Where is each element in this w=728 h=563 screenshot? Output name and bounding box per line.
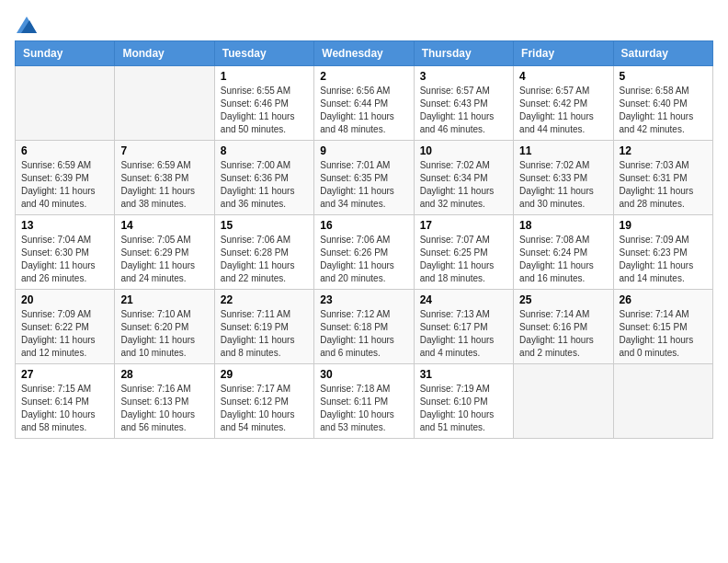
- calendar-cell: 21Sunrise: 7:10 AM Sunset: 6:20 PM Dayli…: [115, 290, 214, 364]
- calendar-cell: 27Sunrise: 7:15 AM Sunset: 6:14 PM Dayli…: [16, 364, 115, 439]
- calendar-cell: 14Sunrise: 7:05 AM Sunset: 6:29 PM Dayli…: [115, 215, 214, 290]
- day-detail: Sunrise: 7:12 AM Sunset: 6:18 PM Dayligh…: [320, 308, 407, 360]
- day-header-wednesday: Wednesday: [314, 41, 414, 66]
- calendar-cell: [16, 66, 115, 141]
- calendar-cell: 4Sunrise: 6:57 AM Sunset: 6:42 PM Daylig…: [514, 66, 613, 141]
- calendar-cell: 5Sunrise: 6:58 AM Sunset: 6:40 PM Daylig…: [613, 66, 712, 141]
- day-detail: Sunrise: 6:57 AM Sunset: 6:43 PM Dayligh…: [420, 85, 507, 136]
- day-number: 22: [221, 293, 308, 306]
- day-detail: Sunrise: 7:06 AM Sunset: 6:26 PM Dayligh…: [320, 234, 407, 285]
- calendar-table: SundayMondayTuesdayWednesdayThursdayFrid…: [15, 40, 713, 439]
- day-detail: Sunrise: 6:56 AM Sunset: 6:44 PM Dayligh…: [320, 85, 407, 136]
- calendar-cell: 10Sunrise: 7:02 AM Sunset: 6:34 PM Dayli…: [414, 141, 513, 215]
- day-detail: Sunrise: 6:55 AM Sunset: 6:46 PM Dayligh…: [221, 85, 308, 136]
- day-header-friday: Friday: [514, 41, 613, 66]
- calendar-cell: 25Sunrise: 7:14 AM Sunset: 6:16 PM Dayli…: [514, 290, 613, 364]
- day-detail: Sunrise: 7:09 AM Sunset: 6:22 PM Dayligh…: [21, 308, 108, 360]
- day-detail: Sunrise: 7:01 AM Sunset: 6:35 PM Dayligh…: [320, 159, 407, 211]
- day-header-tuesday: Tuesday: [214, 41, 313, 66]
- logo-icon: [17, 17, 37, 33]
- day-number: 20: [21, 293, 108, 306]
- calendar-cell: 12Sunrise: 7:03 AM Sunset: 6:31 PM Dayli…: [613, 141, 712, 215]
- day-detail: Sunrise: 6:59 AM Sunset: 6:39 PM Dayligh…: [21, 159, 108, 211]
- day-number: 11: [519, 144, 607, 157]
- calendar-cell: 1Sunrise: 6:55 AM Sunset: 6:46 PM Daylig…: [214, 66, 313, 141]
- calendar-cell: 7Sunrise: 6:59 AM Sunset: 6:38 PM Daylig…: [115, 141, 214, 215]
- day-number: 12: [620, 144, 707, 157]
- day-detail: Sunrise: 6:59 AM Sunset: 6:38 PM Dayligh…: [120, 159, 208, 211]
- day-detail: Sunrise: 7:11 AM Sunset: 6:19 PM Dayligh…: [221, 308, 308, 360]
- day-number: 30: [320, 368, 407, 381]
- calendar-week-row: 1Sunrise: 6:55 AM Sunset: 6:46 PM Daylig…: [16, 66, 713, 141]
- calendar-cell: 2Sunrise: 6:56 AM Sunset: 6:44 PM Daylig…: [314, 66, 414, 141]
- day-header-saturday: Saturday: [613, 41, 712, 66]
- calendar-cell: 24Sunrise: 7:13 AM Sunset: 6:17 PM Dayli…: [414, 290, 513, 364]
- day-detail: Sunrise: 7:14 AM Sunset: 6:16 PM Dayligh…: [519, 308, 607, 360]
- day-detail: Sunrise: 7:17 AM Sunset: 6:12 PM Dayligh…: [221, 383, 308, 434]
- calendar-cell: 3Sunrise: 6:57 AM Sunset: 6:43 PM Daylig…: [414, 66, 513, 141]
- calendar-cell: 29Sunrise: 7:17 AM Sunset: 6:12 PM Dayli…: [214, 364, 313, 439]
- day-number: 16: [320, 219, 407, 232]
- day-detail: Sunrise: 7:06 AM Sunset: 6:28 PM Dayligh…: [221, 234, 308, 285]
- calendar-week-row: 13Sunrise: 7:04 AM Sunset: 6:30 PM Dayli…: [16, 215, 713, 290]
- day-number: 15: [221, 219, 308, 232]
- day-detail: Sunrise: 7:00 AM Sunset: 6:36 PM Dayligh…: [221, 159, 308, 211]
- day-number: 8: [221, 144, 308, 157]
- day-number: 3: [420, 70, 507, 83]
- day-detail: Sunrise: 7:05 AM Sunset: 6:29 PM Dayligh…: [120, 234, 208, 285]
- day-number: 10: [420, 144, 507, 157]
- calendar-cell: 16Sunrise: 7:06 AM Sunset: 6:26 PM Dayli…: [314, 215, 414, 290]
- day-number: 26: [620, 293, 707, 306]
- day-header-thursday: Thursday: [414, 41, 513, 66]
- day-header-sunday: Sunday: [16, 41, 115, 66]
- day-number: 24: [420, 293, 507, 306]
- day-number: 5: [620, 70, 707, 83]
- logo: [15, 15, 37, 29]
- day-header-monday: Monday: [115, 41, 214, 66]
- calendar-cell: 18Sunrise: 7:08 AM Sunset: 6:24 PM Dayli…: [514, 215, 613, 290]
- day-number: 1: [221, 70, 308, 83]
- day-detail: Sunrise: 7:13 AM Sunset: 6:17 PM Dayligh…: [420, 308, 507, 360]
- day-detail: Sunrise: 7:14 AM Sunset: 6:15 PM Dayligh…: [620, 308, 707, 360]
- calendar-cell: 22Sunrise: 7:11 AM Sunset: 6:19 PM Dayli…: [214, 290, 313, 364]
- day-number: 9: [320, 144, 407, 157]
- day-number: 19: [620, 219, 707, 232]
- day-number: 18: [519, 219, 607, 232]
- calendar-cell: 20Sunrise: 7:09 AM Sunset: 6:22 PM Dayli…: [16, 290, 115, 364]
- day-detail: Sunrise: 6:57 AM Sunset: 6:42 PM Dayligh…: [519, 85, 607, 136]
- day-detail: Sunrise: 7:02 AM Sunset: 6:33 PM Dayligh…: [519, 159, 607, 211]
- day-number: 31: [420, 368, 507, 381]
- day-detail: Sunrise: 7:18 AM Sunset: 6:11 PM Dayligh…: [320, 383, 407, 434]
- calendar-cell: [514, 364, 613, 439]
- day-detail: Sunrise: 7:09 AM Sunset: 6:23 PM Dayligh…: [620, 234, 707, 285]
- day-number: 14: [120, 219, 208, 232]
- day-number: 29: [221, 368, 308, 381]
- calendar-cell: 26Sunrise: 7:14 AM Sunset: 6:15 PM Dayli…: [613, 290, 712, 364]
- calendar-cell: 17Sunrise: 7:07 AM Sunset: 6:25 PM Dayli…: [414, 215, 513, 290]
- calendar-header-row: SundayMondayTuesdayWednesdayThursdayFrid…: [16, 41, 713, 66]
- day-detail: Sunrise: 7:10 AM Sunset: 6:20 PM Dayligh…: [120, 308, 208, 360]
- calendar-cell: 11Sunrise: 7:02 AM Sunset: 6:33 PM Dayli…: [514, 141, 613, 215]
- calendar-cell: 13Sunrise: 7:04 AM Sunset: 6:30 PM Dayli…: [16, 215, 115, 290]
- day-number: 6: [21, 144, 108, 157]
- calendar-cell: 31Sunrise: 7:19 AM Sunset: 6:10 PM Dayli…: [414, 364, 513, 439]
- calendar-week-row: 27Sunrise: 7:15 AM Sunset: 6:14 PM Dayli…: [16, 364, 713, 439]
- calendar-cell: 19Sunrise: 7:09 AM Sunset: 6:23 PM Dayli…: [613, 215, 712, 290]
- calendar-cell: [115, 66, 214, 141]
- day-detail: Sunrise: 7:04 AM Sunset: 6:30 PM Dayligh…: [21, 234, 108, 285]
- day-detail: Sunrise: 7:03 AM Sunset: 6:31 PM Dayligh…: [620, 159, 707, 211]
- calendar-cell: 15Sunrise: 7:06 AM Sunset: 6:28 PM Dayli…: [214, 215, 313, 290]
- page-header: [15, 15, 713, 29]
- calendar-cell: [613, 364, 712, 439]
- calendar-cell: 8Sunrise: 7:00 AM Sunset: 6:36 PM Daylig…: [214, 141, 313, 215]
- calendar-cell: 9Sunrise: 7:01 AM Sunset: 6:35 PM Daylig…: [314, 141, 414, 215]
- day-number: 25: [519, 293, 607, 306]
- calendar-cell: 30Sunrise: 7:18 AM Sunset: 6:11 PM Dayli…: [314, 364, 414, 439]
- day-detail: Sunrise: 7:19 AM Sunset: 6:10 PM Dayligh…: [420, 383, 507, 434]
- day-number: 28: [120, 368, 208, 381]
- day-detail: Sunrise: 7:16 AM Sunset: 6:13 PM Dayligh…: [120, 383, 208, 434]
- calendar-week-row: 20Sunrise: 7:09 AM Sunset: 6:22 PM Dayli…: [16, 290, 713, 364]
- day-number: 23: [320, 293, 407, 306]
- day-detail: Sunrise: 7:08 AM Sunset: 6:24 PM Dayligh…: [519, 234, 607, 285]
- day-number: 27: [21, 368, 108, 381]
